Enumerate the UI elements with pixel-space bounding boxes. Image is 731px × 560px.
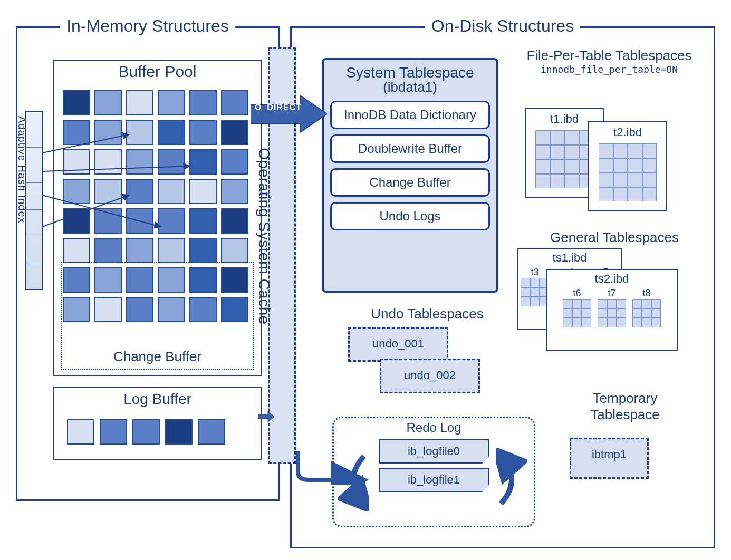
systs-item: Doublewrite Buffer xyxy=(330,134,490,163)
systs-item: Change Buffer xyxy=(330,168,490,197)
adaptive-hash-index xyxy=(25,111,43,290)
buffer-page xyxy=(221,120,248,145)
table-grid-icon xyxy=(599,143,657,201)
log-buffer-page xyxy=(198,419,225,445)
buffer-page xyxy=(221,208,248,234)
log-buffer-to-cache-arrow xyxy=(258,411,274,422)
log-buffer-title: Log Buffer xyxy=(54,391,261,408)
buffer-page xyxy=(94,267,122,293)
buffer-page xyxy=(189,208,217,234)
innodb-architecture-diagram: In-Memory Structures Buffer Pool Change … xyxy=(11,11,720,549)
ibd-file-name: t2.ibd xyxy=(613,125,642,139)
table-grid-icon xyxy=(563,299,591,327)
buffer-page xyxy=(94,179,122,204)
log-buffer-page xyxy=(165,419,193,445)
system-tablespace: System Tablespace (ibdata1) InnoDB Data … xyxy=(322,58,498,293)
buffer-page xyxy=(63,90,90,115)
os-cache-label: Operating System Cache xyxy=(255,148,273,448)
change-buffer-label: Change Buffer xyxy=(62,349,253,365)
table-grid-icon xyxy=(598,299,626,327)
log-buffer-page xyxy=(132,419,160,445)
file-per-table-section: File-Per-Table Tablespaces innodb_file_p… xyxy=(517,47,701,75)
table-name: t8 xyxy=(642,288,650,299)
redo-log-file: ib_logfile1 xyxy=(379,468,489,492)
buffer-page xyxy=(94,149,122,175)
general-tablespace-ts2: ts2.ibd t6 t7 t8 xyxy=(546,269,678,351)
buffer-page xyxy=(126,179,153,204)
ibd-file: t2.ibd xyxy=(588,121,667,211)
buffer-page xyxy=(158,267,185,293)
buffer-page xyxy=(94,208,122,234)
buffer-page xyxy=(126,208,153,234)
system-tablespace-subtitle: (ibdata1) xyxy=(330,79,490,95)
buffer-page xyxy=(158,149,185,175)
undo-file-name: undo_001 xyxy=(372,337,424,350)
buffer-pool-grid xyxy=(63,90,248,322)
buffer-page xyxy=(189,120,217,145)
temp-tablespace-file-name: ibtmp1 xyxy=(592,448,627,461)
table-grid-icon xyxy=(521,278,549,306)
buffer-page xyxy=(221,297,248,322)
file-per-table-subtitle: innodb_file_per_table=ON xyxy=(517,64,701,75)
buffer-pool: Buffer Pool Change Buffer xyxy=(53,60,262,376)
buffer-page xyxy=(63,120,90,145)
table-name: t7 xyxy=(608,288,615,299)
buffer-page xyxy=(126,149,153,175)
buffer-page xyxy=(63,149,90,175)
on-disk-title: On-Disk Structures xyxy=(425,16,580,36)
buffer-page xyxy=(158,297,185,322)
buffer-page xyxy=(94,238,122,263)
log-buffer-page xyxy=(100,419,127,445)
buffer-page xyxy=(63,267,90,293)
buffer-page xyxy=(126,267,153,293)
redo-log-title: Redo Log xyxy=(334,420,534,435)
redo-cycle-arrow-right xyxy=(496,448,527,511)
undo-tablespaces-title: Undo Tablespaces xyxy=(343,306,512,322)
o-direct-label: O_DIRECT xyxy=(255,103,302,112)
in-memory-panel: In-Memory Structures Buffer Pool Change … xyxy=(16,26,280,501)
redo-log-file-name: ib_logfile0 xyxy=(408,445,460,458)
log-buffer-page xyxy=(67,419,94,445)
table-name: t6 xyxy=(573,288,581,299)
buffer-page xyxy=(126,297,153,322)
buffer-page xyxy=(94,297,122,322)
cache-to-redo-arrow xyxy=(295,448,369,485)
buffer-page xyxy=(126,90,153,115)
general-tablespaces-section: General Tablespaces xyxy=(514,229,715,246)
buffer-page xyxy=(221,238,248,263)
undo-file: undo_002 xyxy=(380,359,480,393)
ts2-name: ts2.ibd xyxy=(550,272,674,286)
temp-tablespace-title: Temporary Tablespace xyxy=(559,390,691,423)
buffer-page xyxy=(221,267,248,293)
table-grid-icon xyxy=(535,130,593,188)
buffer-page xyxy=(63,297,90,322)
buffer-page xyxy=(189,149,217,175)
svg-marker-4 xyxy=(251,96,327,132)
ts1-name: ts1.ibd xyxy=(521,251,618,265)
general-tablespaces-title: General Tablespaces xyxy=(514,229,715,246)
buffer-page xyxy=(126,238,153,263)
svg-marker-5 xyxy=(258,411,274,422)
log-buffer: Log Buffer xyxy=(53,387,262,460)
buffer-page xyxy=(189,90,217,115)
log-buffer-row xyxy=(67,419,225,445)
undo-file-name: undo_002 xyxy=(404,369,456,382)
table-grid-icon xyxy=(632,299,661,327)
redo-log-file-name: ib_logfile1 xyxy=(408,473,460,486)
undo-tablespaces-section: Undo Tablespaces xyxy=(343,306,512,325)
buffer-page xyxy=(94,90,122,115)
in-memory-title: In-Memory Structures xyxy=(60,16,235,36)
undo-file: undo_001 xyxy=(348,327,448,362)
systs-item: InnoDB Data Dictionary xyxy=(330,101,490,129)
systs-item: Undo Logs xyxy=(330,202,490,230)
adaptive-hash-index-label: Adaptive Hash Index xyxy=(16,116,28,290)
buffer-page xyxy=(126,120,153,145)
buffer-page xyxy=(158,208,185,234)
buffer-page xyxy=(63,208,90,234)
buffer-page xyxy=(158,90,185,115)
redo-log-file: ib_logfile0 xyxy=(379,439,489,464)
o-direct-arrow xyxy=(251,95,327,133)
buffer-page xyxy=(94,120,122,145)
buffer-pool-title: Buffer Pool xyxy=(54,63,261,81)
buffer-page xyxy=(189,179,217,204)
